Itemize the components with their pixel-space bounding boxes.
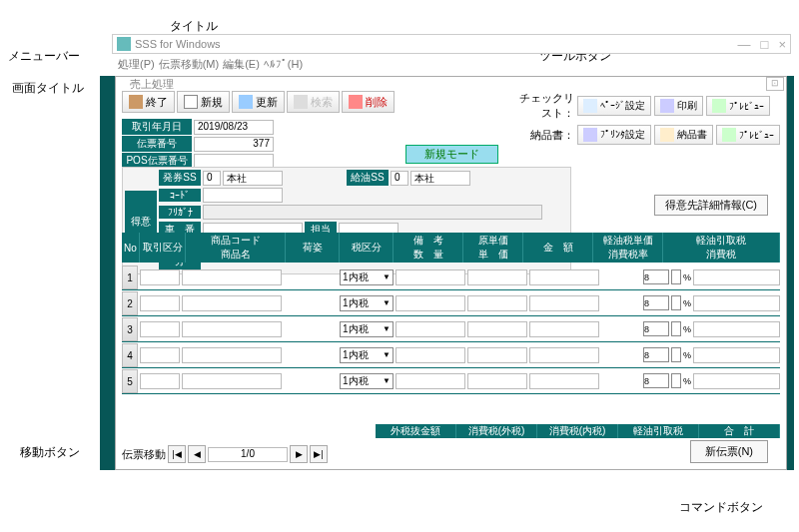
search-icon bbox=[294, 95, 308, 109]
printer-icon bbox=[660, 99, 674, 113]
grid-row: 3 1内税 8% bbox=[122, 316, 780, 342]
output-toolbar: チェックリスト： ﾍﾟｰｼﾞ設定 印刷 ﾌﾟﾚﾋﾞｭｰ 納品書： ﾌﾟﾘﾝﾀ設定… bbox=[514, 91, 780, 145]
preview-button-2[interactable]: ﾌﾟﾚﾋﾞｭｰ bbox=[716, 125, 780, 145]
cell-amount[interactable] bbox=[529, 269, 599, 285]
cell-type[interactable] bbox=[140, 269, 180, 285]
annotation-move-button: 移動ボタン bbox=[20, 444, 80, 461]
tax-select[interactable]: 1内税 bbox=[340, 295, 394, 311]
new-button[interactable]: 新規 bbox=[177, 91, 230, 113]
nav-first[interactable]: |◀ bbox=[168, 445, 186, 463]
delete-button[interactable]: 削除 bbox=[342, 91, 395, 113]
tax-select[interactable]: 1内税 bbox=[340, 321, 394, 337]
grid-body: 1 1内税 8 % 2 1内税 8% 3 1内税 8% 4 1内税 bbox=[122, 265, 780, 394]
date-label: 取引年月日 bbox=[122, 119, 192, 135]
annotation-title: タイトル bbox=[170, 18, 218, 35]
end-button[interactable]: 終了 bbox=[122, 91, 175, 113]
update-icon bbox=[239, 95, 253, 109]
slip-nav: 伝票移動 |◀ ◀ 1/0 ▶ ▶| bbox=[122, 445, 328, 463]
row-number: 1 bbox=[122, 266, 138, 289]
cell-price[interactable] bbox=[467, 269, 527, 285]
code-label: ｺｰﾄﾞ bbox=[159, 189, 201, 202]
date-value[interactable]: 2019/08/23 bbox=[194, 120, 274, 135]
nav-label: 伝票移動 bbox=[122, 447, 166, 462]
preview-icon bbox=[722, 128, 736, 142]
preview-icon bbox=[712, 99, 726, 113]
menu-edit[interactable]: 編集(E) bbox=[223, 57, 260, 72]
slip-label: 伝票番号 bbox=[122, 136, 192, 152]
delivery-note-button[interactable]: 納品書 bbox=[654, 125, 713, 145]
pct-spinner[interactable] bbox=[671, 269, 681, 284]
grid-row: 4 1内税 8% bbox=[122, 342, 780, 368]
menu-slip-move[interactable]: 伝票移動(M) bbox=[159, 57, 220, 72]
close-icon[interactable]: × bbox=[778, 37, 786, 52]
nav-position: 1/0 bbox=[208, 447, 288, 462]
tax-select[interactable]: 1内税 bbox=[340, 347, 394, 363]
screen-title: 売上処理 bbox=[126, 77, 178, 92]
door-icon bbox=[129, 95, 143, 109]
nav-prev[interactable]: ◀ bbox=[188, 445, 206, 463]
note-icon bbox=[660, 128, 674, 142]
cell-note[interactable] bbox=[396, 269, 465, 285]
kana-value[interactable] bbox=[203, 205, 542, 220]
annotation-command-button: コマンドボタン bbox=[679, 499, 763, 516]
header-block: 取引年月日2019/08/23 伝票番号377 POS伝票番号 bbox=[122, 119, 274, 170]
slip-value[interactable]: 377 bbox=[194, 137, 274, 152]
app-icon bbox=[117, 37, 131, 51]
menu-help[interactable]: ﾍﾙﾌﾟ(H) bbox=[264, 58, 303, 70]
grid-header: No 取引区分 商品コード商品名 荷姿 税区分 備 考数 量 原単価単 価 金 … bbox=[122, 233, 780, 263]
fuel-ss-value[interactable]: 0 bbox=[391, 171, 408, 186]
window-title: SSS for Windows bbox=[135, 38, 221, 50]
checklist-label: チェックリスト： bbox=[514, 91, 574, 121]
cell-code[interactable] bbox=[182, 269, 282, 285]
cell-tax[interactable] bbox=[693, 269, 780, 285]
page-setting-button[interactable]: ﾍﾟｰｼﾞ設定 bbox=[577, 96, 651, 116]
customer-detail-button[interactable]: 得意先詳細情報(C) bbox=[654, 195, 768, 216]
main-toolbar: 終了 新規 更新 検索 削除 bbox=[122, 91, 395, 113]
ticket-ss-value[interactable]: 0 bbox=[203, 171, 221, 186]
tax-select[interactable]: 1内税 bbox=[340, 269, 394, 285]
page-icon bbox=[583, 99, 597, 113]
titlebar: SSS for Windows — □ × bbox=[112, 34, 791, 54]
grid-row: 1 1内税 8 % bbox=[122, 265, 780, 290]
ticket-ss-label: 発券SS bbox=[159, 170, 201, 186]
code-value[interactable] bbox=[203, 188, 283, 203]
search-button[interactable]: 検索 bbox=[287, 91, 340, 113]
tax-select[interactable]: 1内税 bbox=[340, 373, 394, 389]
nav-last[interactable]: ▶| bbox=[310, 445, 328, 463]
maximize-icon[interactable]: □ bbox=[761, 37, 769, 52]
nav-next[interactable]: ▶ bbox=[290, 445, 308, 463]
fuel-ss-name: 本社 bbox=[410, 171, 470, 186]
update-button[interactable]: 更新 bbox=[232, 91, 285, 113]
fuel-ss-label: 給油SS bbox=[347, 170, 389, 186]
preview-button[interactable]: ﾌﾟﾚﾋﾞｭｰ bbox=[706, 96, 770, 116]
printer-setting-icon bbox=[583, 128, 597, 142]
new-slip-button[interactable]: 新伝票(N) bbox=[690, 440, 768, 463]
kana-label: ﾌﾘｶﾞﾅ bbox=[159, 206, 201, 219]
menu-process[interactable]: 処理(P) bbox=[118, 57, 155, 72]
menubar: 処理(P) 伝票移動(M) 編集(E) ﾍﾙﾌﾟ(H) bbox=[112, 55, 791, 73]
mode-badge: 新規モード bbox=[405, 145, 498, 164]
minimize-icon[interactable]: — bbox=[738, 37, 751, 52]
printer-setting-button[interactable]: ﾌﾟﾘﾝﾀ設定 bbox=[577, 125, 651, 145]
delete-icon bbox=[349, 95, 363, 109]
main-window: 売上処理 ⊡ 終了 新規 更新 検索 削除 チェックリスト： ﾍﾟｰｼﾞ設定 印… bbox=[115, 76, 787, 470]
annotation-screen-title: 画面タイトル bbox=[12, 80, 84, 97]
delivery-label: 納品書： bbox=[514, 128, 574, 143]
grid-row: 2 1内税 8% bbox=[122, 290, 780, 316]
print-button[interactable]: 印刷 bbox=[654, 96, 703, 116]
ticket-ss-name: 本社 bbox=[223, 171, 283, 186]
annotation-menubar: メニューバー bbox=[8, 48, 80, 65]
pct-value[interactable]: 8 bbox=[643, 269, 669, 284]
new-icon bbox=[184, 95, 198, 109]
child-window-icon[interactable]: ⊡ bbox=[766, 77, 784, 91]
grid-row: 5 1内税 8% bbox=[122, 368, 780, 394]
totals-header: 外税抜金額 消費税(外税) 消費税(内税) 軽油引取税 合 計 bbox=[376, 424, 780, 438]
